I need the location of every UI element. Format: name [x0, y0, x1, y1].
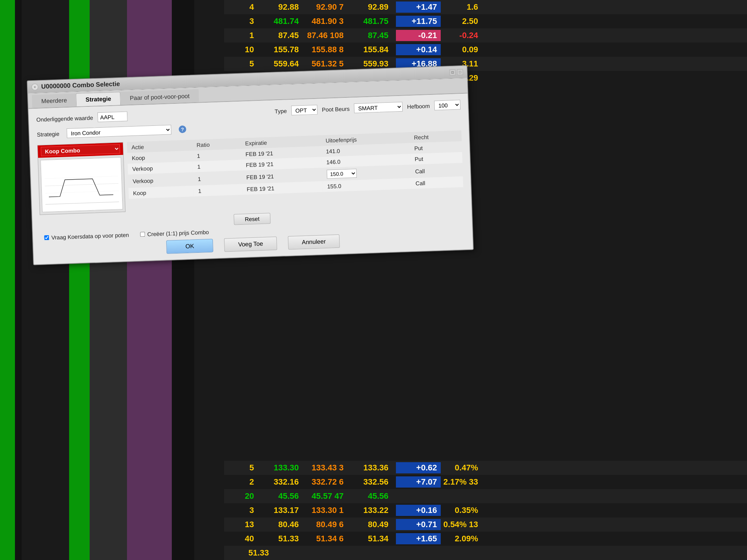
tab-meerdere[interactable]: Meerdere	[32, 93, 77, 108]
options-table: Actie Ratio Expiratie Uitoefenprijs Rech…	[127, 130, 464, 212]
exchange-select[interactable]: SMART	[354, 102, 403, 113]
help-icon[interactable]: ?	[179, 125, 186, 133]
dialog-title: U0000000 Combo Selectie	[41, 80, 120, 90]
trade-row: 40 51.33 51.34 6 51.34 +1.65 2.09%	[224, 532, 747, 546]
tab-paar[interactable]: Paar of poot-voor-poot	[120, 89, 199, 105]
creeer-checkbox[interactable]	[140, 232, 145, 237]
trade-row: 51.33	[224, 546, 747, 560]
reset-button[interactable]: Reset	[234, 213, 270, 225]
svg-line-0	[45, 183, 118, 186]
decorative-stripe	[0, 0, 15, 560]
trade-row: 3 481.74 481.90 3 481.75 +11.75 2.50	[224, 14, 747, 28]
recht-cell: Call	[410, 163, 463, 178]
trade-row: 10 155.78 155.88 8 155.84 +0.14 0.09	[224, 43, 747, 57]
exchange-label: Poot Beurs	[322, 105, 350, 113]
ratio-cell: 1	[193, 171, 242, 186]
dialog-resize-buttons: ⊡ □	[449, 69, 463, 75]
trade-row: 2 332.16 332.72 6 332.56 +7.07 2.17% 33	[224, 475, 747, 489]
trade-row: 20 45.56 45.57 47 45.56	[224, 489, 747, 503]
payoff-chart	[40, 157, 123, 212]
ratio-cell: 1	[193, 160, 242, 172]
ratio-cell: 1	[192, 149, 241, 162]
underlying-input[interactable]	[97, 111, 128, 122]
leverage-select[interactable]: 100	[434, 100, 461, 110]
col-ratio: Ratio	[192, 138, 241, 151]
creeer-label: Creëer (1:1) prijs Combo	[147, 229, 209, 237]
combo-selector: Koop Combo Verkoop Combo	[38, 143, 123, 158]
koersdata-label: Vraag Koersdata op voor poten	[51, 231, 129, 240]
strategy-label: Strategie	[37, 130, 59, 137]
decorative-stripe	[15, 0, 22, 560]
strategy-select[interactable]: Iron Condor	[66, 125, 171, 138]
ratio-cell: 1	[193, 184, 242, 197]
content-area: Koop Combo Verkoop Combo	[37, 130, 464, 215]
dialog-close-button[interactable]: ×	[31, 84, 38, 91]
left-panel: Koop Combo Verkoop Combo	[37, 142, 125, 215]
recht-cell: Call	[411, 176, 463, 189]
leverage-label: Hefboom	[407, 103, 430, 110]
svg-line-2	[44, 176, 118, 179]
koersdata-checkbox-group: Vraag Koersdata op voor poten	[44, 231, 129, 241]
trade-row: 3 133.17 133.30 1 133.22 +0.16 0.35%	[224, 503, 747, 517]
svg-line-3	[46, 202, 119, 205]
svg-line-1	[45, 191, 119, 193]
underlying-label: Onderliggende waarde	[36, 114, 93, 122]
creeer-checkbox-group: Creëer (1:1) prijs Combo	[140, 229, 209, 237]
trade-row: 1 87.45 87.46 108 87.45 -0.21 -0.24	[224, 28, 747, 43]
ok-button[interactable]: OK	[166, 239, 213, 254]
tab-strategie[interactable]: Strategie	[76, 92, 121, 106]
trade-row: 13 80.46 80.49 6 80.49 +0.71 0.54% 13	[224, 517, 747, 532]
uitoefenprijs-dropdown[interactable]: 150.0	[326, 169, 357, 179]
actie-cell: Verkoop	[128, 172, 193, 188]
annuleer-button[interactable]: Annuleer	[288, 234, 340, 250]
trade-row: 4 92.88 92.90 7 92.89 +1.47 1.6	[224, 0, 747, 14]
expiratie-cell: FEB 19 '21	[242, 181, 323, 195]
maximize-button[interactable]: □	[457, 69, 463, 75]
restore-button[interactable]: ⊡	[449, 69, 456, 76]
actie-cell: Koop	[128, 186, 194, 199]
trade-row: 5 133.30 133.43 3 133.36 +0.62 0.47%	[224, 461, 747, 475]
combo-select[interactable]: Koop Combo Verkoop Combo	[41, 144, 120, 156]
dialog-body: Onderliggende waarde Type OPT Poot Beurs…	[28, 94, 473, 265]
type-select[interactable]: OPT	[291, 105, 317, 115]
koersdata-checkbox[interactable]	[44, 235, 49, 240]
combo-selectie-dialog: × U0000000 Combo Selectie ⊡ □ Meerdere S…	[27, 65, 474, 265]
close-icon: ×	[34, 85, 36, 89]
type-label: Type	[275, 108, 287, 114]
trade-row: 5 559.64 561.32 5 559.93 +16.88 3.11	[224, 57, 747, 71]
voeg-toe-button[interactable]: Voeg Toe	[224, 237, 277, 252]
chart-svg	[41, 158, 123, 212]
